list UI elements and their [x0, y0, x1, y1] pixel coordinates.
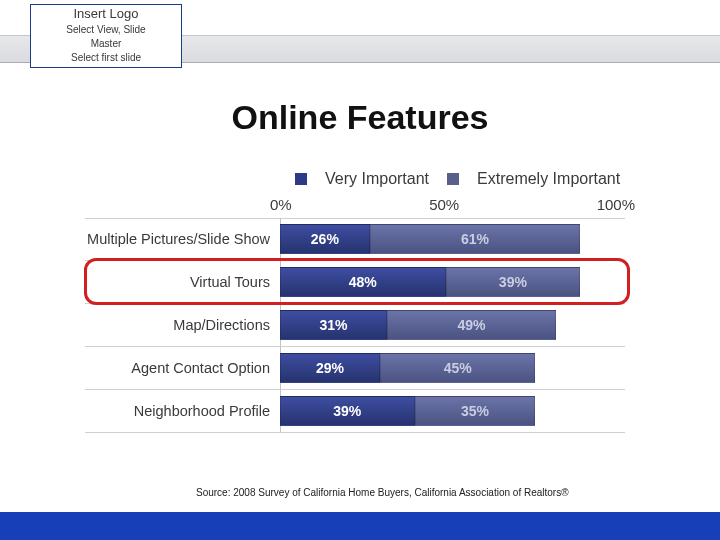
legend-label-very-important: Very Important [325, 170, 429, 188]
category-label: Virtual Tours [85, 274, 280, 291]
bar-group: 29%45% [280, 353, 625, 383]
logo-sub-2: Master [35, 38, 177, 50]
bar-segment-extremely-important: 45% [380, 353, 535, 383]
bar-group: 26%61% [280, 224, 625, 254]
bar-segment-very-important: 31% [280, 310, 387, 340]
page-title: Online Features [0, 98, 720, 137]
chart-row: Virtual Tours48%39% [85, 261, 625, 304]
logo-title: Insert Logo [35, 7, 177, 22]
bar-segment-extremely-important: 35% [415, 396, 536, 426]
legend: Very Important Extremely Important [295, 170, 625, 188]
bar-group: 31%49% [280, 310, 625, 340]
bar-segment-very-important: 29% [280, 353, 380, 383]
bar-segment-very-important: 26% [280, 224, 370, 254]
legend-label-extremely-important: Extremely Important [477, 170, 620, 188]
chart-row: Multiple Pictures/Slide Show26%61% [85, 218, 625, 261]
bar-segment-very-important: 39% [280, 396, 415, 426]
legend-swatch-extremely-important [447, 173, 459, 185]
category-label: Multiple Pictures/Slide Show [85, 231, 280, 248]
x-tick-50: 50% [429, 196, 459, 213]
category-label: Map/Directions [85, 317, 280, 334]
logo-sub-3: Select first slide [35, 52, 177, 64]
chart-row: Agent Contact Option29%45% [85, 347, 625, 390]
chart-row: Map/Directions31%49% [85, 304, 625, 347]
category-label: Agent Contact Option [85, 360, 280, 377]
logo-placeholder[interactable]: Insert Logo Select View, Slide Master Se… [30, 4, 182, 68]
bar-segment-very-important: 48% [280, 267, 446, 297]
chart-row: Neighborhood Profile39%35% [85, 390, 625, 433]
bar-segment-extremely-important: 49% [387, 310, 556, 340]
x-axis-labels: 0% 50% 100% [280, 196, 625, 213]
chart: Very Important Extremely Important 0% 50… [85, 170, 625, 470]
category-label: Neighborhood Profile [85, 403, 280, 420]
logo-sub-1: Select View, Slide [35, 24, 177, 36]
bar-segment-extremely-important: 39% [446, 267, 581, 297]
x-tick-0: 0% [270, 196, 292, 213]
slide: Insert Logo Select View, Slide Master Se… [0, 0, 720, 540]
source-citation: Source: 2008 Survey of California Home B… [196, 487, 569, 498]
bar-segment-extremely-important: 61% [370, 224, 580, 254]
footer-bar [0, 512, 720, 540]
x-tick-100: 100% [597, 196, 635, 213]
legend-swatch-very-important [295, 173, 307, 185]
plot-area: Multiple Pictures/Slide Show26%61%Virtua… [85, 218, 625, 433]
bar-group: 48%39% [280, 267, 625, 297]
bar-group: 39%35% [280, 396, 625, 426]
